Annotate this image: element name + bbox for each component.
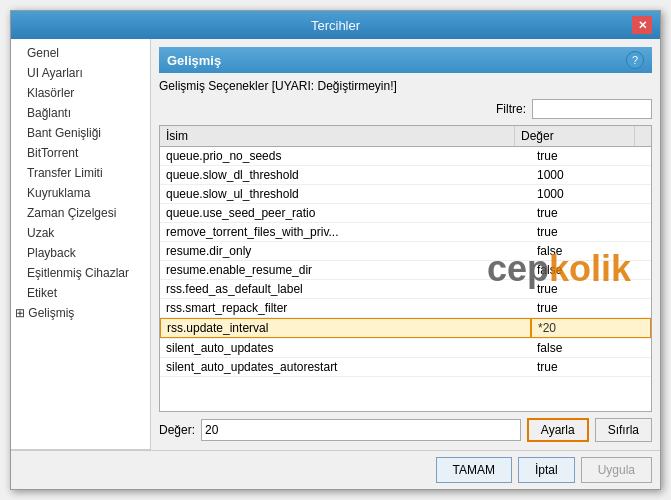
table-cell-value: true	[531, 280, 651, 298]
table-cell-name: rss.smart_repack_filter	[160, 299, 531, 317]
main-content: Gelişmiş ? Gelişmiş Seçenekler [UYARI: D…	[151, 39, 660, 450]
table-cell-value: true	[531, 358, 651, 376]
table-row[interactable]: resume.enable_resume_dirfalse	[160, 261, 651, 280]
table-row[interactable]: remove_torrent_files_with_priv...true	[160, 223, 651, 242]
sidebar-item[interactable]: BitTorrent	[11, 143, 150, 163]
sidebar-item[interactable]: UI Ayarları	[11, 63, 150, 83]
table-cell-value: false	[531, 242, 651, 260]
sidebar-item[interactable]: ⊞ Gelişmiş	[11, 303, 150, 323]
sidebar-item[interactable]: Etiket	[11, 283, 150, 303]
table-cell-value: true	[531, 147, 651, 165]
close-button[interactable]: ✕	[632, 16, 652, 34]
bottom-row: Değer: Ayarla Sıfırla	[159, 418, 652, 442]
sidebar-item[interactable]: Transfer Limiti	[11, 163, 150, 183]
table-cell-name: queue.slow_dl_threshold	[160, 166, 531, 184]
table-cell-name: rss.feed_as_default_label	[160, 280, 531, 298]
sidebar-item[interactable]: Bant Genişliği	[11, 123, 150, 143]
table-cell-name: queue.prio_no_seeds	[160, 147, 531, 165]
table-body: queue.prio_no_seedstruequeue.slow_dl_thr…	[160, 147, 651, 377]
table-cell-value: true	[531, 223, 651, 241]
sidebar-item[interactable]: Eşitlenmiş Cihazlar	[11, 263, 150, 283]
col-value-header: Değer	[515, 126, 635, 146]
table-cell-name: queue.use_seed_peer_ratio	[160, 204, 531, 222]
sidebar-item[interactable]: Bağlantı	[11, 103, 150, 123]
main-dialog: Tercihler ✕ GenelUI AyarlarıKlasörlerBağ…	[10, 10, 661, 490]
table-cell-name: silent_auto_updates_autorestart	[160, 358, 531, 376]
table-cell-value: 1000	[531, 185, 651, 203]
uygula-button[interactable]: Uygula	[581, 457, 652, 483]
sidebar-item[interactable]: Uzak	[11, 223, 150, 243]
sidebar: GenelUI AyarlarıKlasörlerBağlantıBant Ge…	[11, 39, 151, 450]
table-row[interactable]: silent_auto_updates_autorestarttrue	[160, 358, 651, 377]
table-cell-value: false	[531, 261, 651, 279]
table-row[interactable]: resume.dir_onlyfalse	[160, 242, 651, 261]
sidebar-item[interactable]: Playback	[11, 243, 150, 263]
section-header: Gelişmiş ?	[159, 47, 652, 73]
table-cell-name: silent_auto_updates	[160, 339, 531, 357]
dialog-body: GenelUI AyarlarıKlasörlerBağlantıBant Ge…	[11, 39, 660, 450]
table-row[interactable]: rss.smart_repack_filtertrue	[160, 299, 651, 318]
table-cell-name: rss.update_interval	[160, 318, 531, 338]
table-cell-name: resume.dir_only	[160, 242, 531, 260]
title-bar: Tercihler ✕	[11, 11, 660, 39]
table-row[interactable]: rss.update_interval*20	[160, 318, 651, 339]
warning-text: Gelişmiş Seçenekler [UYARI: Değiştirmeyi…	[159, 79, 652, 93]
iptal-button[interactable]: İptal	[518, 457, 575, 483]
table-header: İsim Değer	[160, 126, 651, 147]
filter-row: Filtre:	[159, 99, 652, 119]
table-cell-value: 1000	[531, 166, 651, 184]
col-name-header: İsim	[160, 126, 515, 146]
value-input[interactable]	[201, 419, 521, 441]
tamam-button[interactable]: TAMAM	[436, 457, 512, 483]
table-row[interactable]: rss.feed_as_default_labeltrue	[160, 280, 651, 299]
table-row[interactable]: queue.slow_ul_threshold1000	[160, 185, 651, 204]
table-row[interactable]: queue.slow_dl_threshold1000	[160, 166, 651, 185]
table-cell-name: remove_torrent_files_with_priv...	[160, 223, 531, 241]
sidebar-item[interactable]: Klasörler	[11, 83, 150, 103]
table-cell-value: true	[531, 299, 651, 317]
sifirla-button[interactable]: Sıfırla	[595, 418, 652, 442]
table-row[interactable]: silent_auto_updatesfalse	[160, 339, 651, 358]
table-container: İsim Değer queue.prio_no_seedstruequeue.…	[159, 125, 652, 412]
section-title: Gelişmiş	[167, 53, 221, 68]
table-cell-value: true	[531, 204, 651, 222]
sidebar-item[interactable]: Zaman Çizelgesi	[11, 203, 150, 223]
table-cell-value: *20	[531, 318, 651, 338]
dialog-footer: TAMAM İptal Uygula	[11, 450, 660, 489]
filter-input[interactable]	[532, 99, 652, 119]
table-cell-value: false	[531, 339, 651, 357]
sidebar-item[interactable]: Genel	[11, 43, 150, 63]
dialog-title: Tercihler	[39, 18, 632, 33]
help-button[interactable]: ?	[626, 51, 644, 69]
ayarla-button[interactable]: Ayarla	[527, 418, 589, 442]
value-label: Değer:	[159, 423, 195, 437]
filter-label: Filtre:	[496, 102, 526, 116]
table-row[interactable]: queue.prio_no_seedstrue	[160, 147, 651, 166]
table-cell-name: resume.enable_resume_dir	[160, 261, 531, 279]
sidebar-item[interactable]: Kuyruklama	[11, 183, 150, 203]
table-cell-name: queue.slow_ul_threshold	[160, 185, 531, 203]
table-row[interactable]: queue.use_seed_peer_ratiotrue	[160, 204, 651, 223]
